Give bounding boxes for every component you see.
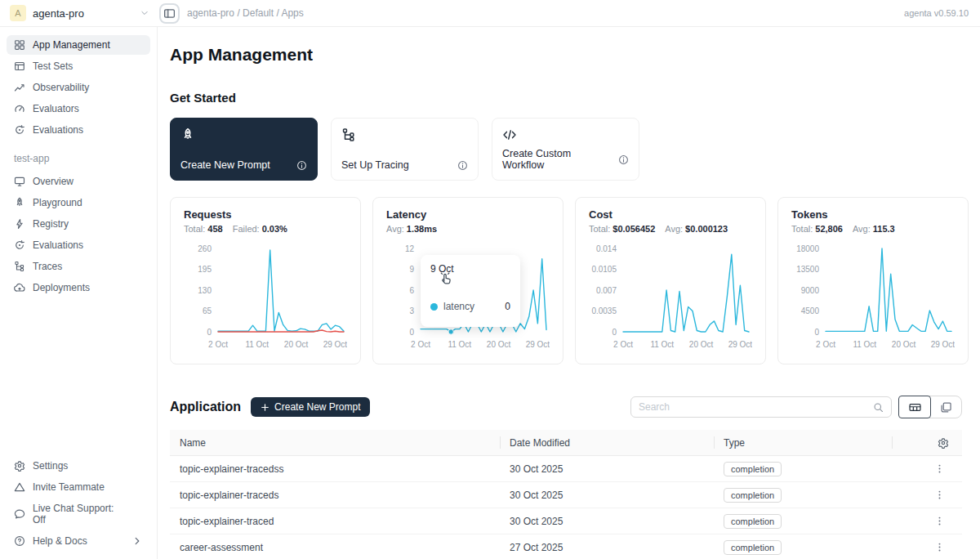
sidebar-item-live-chat-support-off[interactable]: Live Chat Support: Off (7, 499, 150, 530)
main-content: App Management Get Started Create New Pr… (158, 27, 980, 559)
type-badge: completion (724, 488, 782, 503)
sidebar-item-label: App Management (33, 39, 110, 51)
application-header: Application Create New Prompt (170, 396, 962, 418)
info-icon[interactable] (618, 154, 629, 165)
workspace-avatar: A (10, 5, 26, 21)
sidebar-item-evaluators[interactable]: Evaluators (7, 99, 150, 119)
column-header-date-modified[interactable]: Date Modified (500, 430, 714, 455)
branch-icon (341, 127, 356, 142)
cell-name: topic-explainer-tracedss (170, 463, 500, 475)
svg-text:11 Oct: 11 Oct (245, 340, 269, 349)
table-view-icon (909, 401, 921, 414)
table-row-career-assessment[interactable]: career-assessment 27 Oct 2025 completion (170, 534, 962, 559)
chart-line-icon (14, 82, 25, 93)
sidebar-item-test-sets[interactable]: Test Sets (7, 56, 150, 76)
grid-icon (14, 39, 25, 51)
search-icon[interactable] (873, 402, 884, 413)
column-header-name[interactable]: Name (170, 430, 500, 455)
workspace-switcher[interactable]: A agenta-pro (0, 5, 158, 21)
cell-type: completion (714, 488, 892, 503)
table-row-topic-explainer-traceds[interactable]: topic-explainer-traceds 30 Oct 2025 comp… (170, 482, 962, 508)
cost-line-chart[interactable]: 00.00350.0070.01050.0142 Oct11 Oct20 Oct… (589, 240, 752, 355)
svg-text:0: 0 (612, 328, 617, 337)
row-menu-button[interactable] (931, 539, 947, 556)
sidebar-item-traces[interactable]: Traces (7, 257, 150, 276)
svg-text:6: 6 (409, 286, 414, 295)
table-row-topic-explainer-traced[interactable]: topic-explainer-traced 30 Oct 2025 compl… (170, 508, 962, 534)
chevron-down-icon[interactable] (140, 8, 149, 18)
svg-text:29 Oct: 29 Oct (931, 340, 955, 349)
card-label: Set Up Tracing (341, 159, 409, 171)
create-new-prompt-button[interactable]: Create New Prompt (251, 397, 370, 417)
sidebar-item-evaluations[interactable]: Evaluations (7, 120, 150, 140)
view-toggle (898, 396, 962, 418)
sidebar-spacer (7, 299, 150, 456)
gear-icon (14, 460, 25, 472)
column-header-type[interactable]: Type (714, 430, 892, 455)
hand-pointer-cursor-icon (439, 271, 454, 287)
branch-icon (14, 261, 25, 272)
type-badge: completion (724, 540, 782, 555)
refresh-icon (14, 124, 25, 136)
card-view-button[interactable] (929, 396, 962, 418)
chat-icon (14, 508, 25, 520)
search-input[interactable] (639, 401, 873, 413)
svg-text:9000: 9000 (801, 286, 820, 295)
metric-cards-row: Requests Total:458 Failed:0.03% 06513019… (170, 197, 962, 364)
chart-title: Latency (386, 208, 550, 221)
svg-text:0: 0 (409, 328, 414, 337)
svg-text:0.0035: 0.0035 (591, 306, 617, 315)
chart-stats: Avg:1.38ms (386, 224, 550, 234)
table-view-button[interactable] (898, 396, 931, 418)
version-label: agenta v0.59.10 (904, 8, 980, 18)
svg-text:195: 195 (198, 265, 212, 274)
svg-text:2 Oct: 2 Oct (816, 340, 835, 349)
info-icon[interactable] (296, 160, 307, 171)
sidebar-item-playground[interactable]: Playground (7, 193, 150, 212)
search-box (630, 396, 892, 418)
create-new-prompt-card[interactable]: Create New Prompt (170, 118, 318, 181)
svg-text:20 Oct: 20 Oct (284, 340, 309, 349)
row-menu-button[interactable] (931, 513, 947, 530)
tokens-line (826, 248, 951, 331)
tooltip-value: 0 (505, 301, 510, 312)
sidebar-toggle-button[interactable] (159, 3, 180, 24)
sidebar-item-label: Observability (33, 82, 89, 93)
create-custom-workflow-card[interactable]: Create Custom Workflow (492, 118, 639, 181)
cell-type: completion (714, 462, 892, 476)
sidebar-item-observability[interactable]: Observability (7, 78, 150, 97)
sidebar-item-settings[interactable]: Settings (7, 456, 150, 476)
set-up-tracing-card[interactable]: Set Up Tracing (331, 118, 479, 181)
svg-text:29 Oct: 29 Oct (728, 340, 752, 349)
table-header: Name Date Modified Type (170, 430, 962, 456)
tooltip-series-name: latency (443, 301, 474, 312)
cell-name: topic-explainer-traced (170, 516, 500, 527)
row-menu-button[interactable] (931, 461, 947, 477)
sidebar-item-help-docs[interactable]: Help & Docs (7, 531, 150, 551)
svg-text:13500: 13500 (796, 265, 819, 274)
sidebar-item-label: Registry (33, 218, 69, 230)
table-row-topic-explainer-tracedss[interactable]: topic-explainer-tracedss 30 Oct 2025 com… (170, 456, 962, 482)
sidebar-item-app-management[interactable]: App Management (7, 35, 150, 55)
sidebar-item-invite-teammate[interactable]: Invite Teammate (7, 477, 150, 497)
breadcrumb[interactable]: agenta-pro / Default / Apps (187, 7, 304, 19)
sidebar-item-evaluations[interactable]: Evaluations (7, 235, 150, 255)
requests-line-chart[interactable]: 0651301952602 Oct11 Oct20 Oct29 Oct (184, 240, 347, 355)
tokens-line-chart[interactable]: 04500900013500180002 Oct11 Oct20 Oct29 O… (791, 240, 955, 355)
cell-type: completion (714, 514, 892, 529)
chart-title: Requests (184, 208, 347, 221)
info-icon[interactable] (457, 160, 468, 171)
row-menu-button[interactable] (931, 487, 947, 503)
gauge-icon (14, 103, 25, 114)
sidebar-item-registry[interactable]: Registry (7, 214, 150, 234)
type-badge: completion (724, 462, 782, 476)
ellipsis-vertical-icon (934, 516, 945, 526)
chart-stats: Total:458 Failed:0.03% (184, 224, 347, 234)
cost-chart-card: Cost Total:$0.056452 Avg:$0.000123 00.00… (575, 197, 766, 364)
svg-text:65: 65 (203, 306, 212, 315)
ellipsis-vertical-icon (934, 542, 945, 552)
tokens-chart-card: Tokens Total:52,806 Avg:115.3 0450090001… (777, 197, 969, 364)
gear-icon[interactable] (938, 437, 949, 449)
sidebar-item-overview[interactable]: Overview (7, 172, 150, 191)
sidebar-item-deployments[interactable]: Deployments (7, 278, 150, 297)
